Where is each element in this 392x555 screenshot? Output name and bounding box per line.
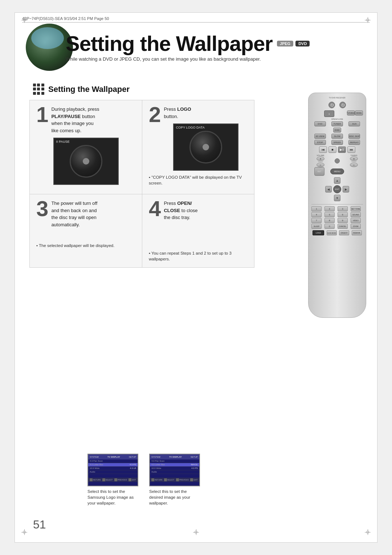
num-8-button[interactable]: 8 (324, 218, 335, 223)
num-7-button[interactable]: 7 (311, 218, 322, 223)
remote-row-top: ▲ TV/VIDEO MODE (311, 110, 363, 117)
bottom-icon-1c (114, 478, 117, 481)
num-2-button[interactable]: 2 (324, 206, 335, 211)
step-2-content: Press LOGO button. (164, 106, 248, 120)
num-0-button[interactable]: 0 (324, 224, 335, 229)
tv-video-button[interactable]: TV/VIDEO (347, 110, 355, 116)
step-4-bullet: • You can repeat Steps 1 and 2 to set up… (149, 250, 248, 262)
dvd-button[interactable]: DVD (314, 121, 326, 126)
set-tone-button[interactable]: SET TONE (351, 206, 361, 211)
step-1-number: 1 (36, 104, 48, 126)
band-button[interactable]: BAND (333, 127, 341, 133)
disc-2 (189, 131, 222, 163)
play-pause-button[interactable]: ▶II (338, 146, 346, 153)
bottom-icon-2a (151, 478, 154, 481)
open-close-button[interactable]: ▲ (324, 110, 334, 117)
volume-up-button[interactable]: + (317, 157, 324, 161)
power-button-right[interactable] (339, 102, 346, 108)
num-5-button[interactable]: 5 (324, 212, 335, 217)
slow-button[interactable]: SLOW (331, 134, 343, 139)
screenshot-2-caption: Select this to set the desired image as … (149, 489, 200, 506)
3d-view-button[interactable]: 3D VIEW (314, 134, 326, 139)
remote-divider (311, 204, 363, 204)
step-2-bullet: • "COPY LOGO DATA" will be displayed on … (149, 174, 248, 186)
step-2-bold: LOGO (177, 106, 191, 112)
step-4-number: 4 (149, 198, 161, 220)
stop-transport-button[interactable]: ■ (328, 146, 336, 153)
tuning-up-button[interactable]: + (350, 157, 358, 161)
step-4-bold1: OPEN/ (177, 200, 192, 206)
remain-button[interactable]: REMAIN (352, 230, 362, 235)
page-number: 51 (33, 518, 46, 531)
jpeg-badge: JPEG (277, 41, 293, 46)
nav-down-button[interactable]: ▼ (334, 195, 340, 201)
screenshot-2-setup: SETUP (191, 456, 198, 458)
screenshot-2-row-1: 4:3 Letter Box IMAGE (150, 463, 199, 467)
screenshot-2: SYSTEM TV DISPLAY SETUP 4:3 Pan Scan 4:3… (149, 454, 200, 506)
step-1-image: II PAUSE (53, 138, 119, 185)
screenshot-1-caption: Select this to set the Samsung Logo imag… (87, 489, 138, 506)
logo-button[interactable]: LOGO (313, 230, 324, 235)
screenshot-2-system: SYSTEM (151, 456, 160, 458)
tuning-controls: + − (350, 157, 358, 167)
screenshot-1-setup: SETUP (129, 456, 136, 458)
navigation-cross: ▲ ▼ ◀ ▶ ENT (324, 177, 350, 202)
bottom-icon-2c (176, 478, 179, 481)
header-bar: 43P~74P(DS610)-SEA 9/15/04 2:51 PM Page … (22, 16, 370, 23)
nav-left-button[interactable]: ◀ (325, 186, 332, 193)
num-6-button[interactable]: 6 (338, 212, 348, 217)
power-button-left[interactable] (328, 102, 335, 108)
remote-row-view: 3D VIEW SLOW DISC SKIP (311, 134, 363, 139)
step-1-box: 1 During playback, press PLAY/PAUSE butt… (29, 100, 142, 194)
digest-button[interactable]: DIGEST (339, 230, 349, 235)
step-3-box: 3 The power will turn off and then back … (29, 194, 142, 268)
tuner-button[interactable]: TUNER (331, 121, 343, 126)
num-4-button[interactable]: 4 (311, 212, 322, 217)
sound-button[interactable]: SOUND (351, 212, 361, 217)
screenshot-1-row-2: 16:9 Wide 4:3 LB (88, 467, 138, 470)
tuning-area: TUNING + − (350, 154, 358, 167)
cancel-button[interactable]: CANCEL (338, 224, 348, 229)
nav-right-button[interactable]: ▶ (343, 186, 349, 193)
return-button[interactable]: RET (314, 167, 324, 176)
zoom-button[interactable]: ZOOM (351, 224, 361, 229)
enter-button[interactable]: ENT (333, 185, 341, 193)
stop-button[interactable]: STOP (314, 140, 326, 145)
bottom-icon-1d (128, 478, 131, 481)
volume-area: VOLUME + − (317, 154, 324, 167)
screenshot-1-tvdisplay: TV DISPLAY (107, 456, 120, 458)
screenshot-1-row-3: Audio (88, 470, 138, 474)
screenshot-2-row-2: 16:9 Wide 4:3 PS (150, 467, 199, 470)
page-container: 43P~74P(DS610)-SEA 9/15/04 2:51 PM Page … (15, 12, 377, 543)
screenshot-1-row-1: 4:3 Letter Box 4:3 PS (88, 463, 138, 467)
disc-skip-button[interactable]: DISC SKIP (348, 134, 360, 139)
bottom-icon-1a (90, 478, 93, 481)
remote-row-bottom: LOGO SLIDE MODE DIGEST REMAIN (311, 230, 363, 235)
video-button[interactable]: VIDEO (351, 218, 361, 223)
repeat-button[interactable]: REPEAT (348, 140, 360, 145)
num-3-button[interactable]: 3 (338, 206, 348, 211)
menu-button[interactable]: MENU (330, 169, 344, 174)
step-1-content: During playback, press PLAY/PAUSE button… (51, 106, 135, 134)
tuning-down-button[interactable]: − (350, 163, 358, 167)
next-button[interactable]: ⏭ (347, 146, 355, 153)
volume-down-button[interactable]: − (317, 163, 324, 167)
screenshot-1-row-0: 4:3 Pan Scan (88, 459, 138, 463)
volume-controls: + − (317, 157, 324, 167)
num-9-button[interactable]: 9 (338, 218, 348, 223)
step-3-content: The power will turn off and then back on… (51, 200, 135, 228)
speed-button[interactable]: SPEED (331, 140, 343, 145)
steps-grid: 1 During playback, press PLAY/PAUSE butt… (29, 100, 254, 268)
mode-button[interactable]: MODE (355, 110, 363, 116)
num-1-button[interactable]: 1 (311, 206, 322, 211)
screenshot-2-bottom-bar: RETURN SELECT PREVIOUS EXIT (150, 478, 199, 482)
remote-control: TV DVD RECEIVER ▲ TV/VIDEO MODE OPEN/CLO… (305, 93, 370, 329)
screenshot-2-row-3: Audio (150, 470, 199, 474)
prev-button[interactable]: ⏮ (319, 146, 327, 153)
aux-button[interactable]: AUX (348, 121, 360, 126)
sleep-button[interactable]: SLEEP (311, 224, 322, 229)
bottom-screenshots: SYSTEM TV DISPLAY SETUP 4:3 Pan Scan 4:3… (87, 454, 200, 506)
nav-up-button[interactable]: ▲ (334, 177, 340, 184)
center-oval (335, 158, 340, 163)
slide-mode-button[interactable]: SLIDE MODE (327, 230, 337, 235)
